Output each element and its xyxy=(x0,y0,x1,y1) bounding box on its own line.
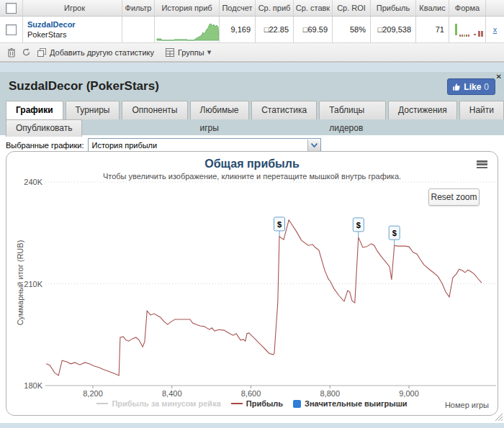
qualis-value: 71 xyxy=(416,17,449,42)
resize-grip[interactable] xyxy=(494,412,503,421)
x-tick-label: 8,600 xyxy=(235,389,267,398)
x-axis-title: Номер игры xyxy=(445,401,489,409)
row-select-cell xyxy=(0,17,23,42)
tab-1[interactable]: Графики xyxy=(6,101,63,120)
grid-toolbar: Добавить другую статистику Группы ▾ xyxy=(0,43,504,62)
tab-3[interactable]: Оппоненты xyxy=(122,101,187,119)
x-tick-label: 8,800 xyxy=(314,389,346,398)
count-value: 9,169 xyxy=(220,17,256,42)
tab-8[interactable]: Найти xyxy=(459,101,504,119)
y-tick-label: 210K xyxy=(11,280,42,288)
legend-item-profit[interactable]: Прибыль xyxy=(231,399,283,408)
row-checkbox[interactable] xyxy=(6,24,17,35)
select-all-checkbox[interactable] xyxy=(6,3,17,14)
col-header-avg-stake[interactable]: Ср. ставк xyxy=(294,0,333,16)
like-button[interactable]: Like 0 xyxy=(447,78,495,95)
close-icon[interactable]: ✕ xyxy=(496,73,502,81)
table-row: SuzdalDecor PokerStars 9,169 □22.85 □69.… xyxy=(0,17,504,43)
avg-roi-value: 58% xyxy=(333,17,371,42)
svg-text:$: $ xyxy=(277,220,282,229)
add-statistic-icon xyxy=(36,47,47,58)
refresh-icon[interactable] xyxy=(21,47,32,58)
legend-label: Прибыль за минусом рейка xyxy=(112,399,220,408)
svg-text:$: $ xyxy=(356,221,361,229)
chart-select-dropdown-button[interactable] xyxy=(307,140,320,151)
tab-5[interactable]: Статистика xyxy=(251,101,317,119)
col-header-qualis[interactable]: Квалис xyxy=(416,0,449,16)
chart-container: Общая прибыль Чтобы увеличить изображени… xyxy=(6,151,498,416)
groups-button[interactable]: Группы ▾ xyxy=(164,47,211,58)
stats-grid: Игрок Фильтр История приб Подсчет Ср. пр… xyxy=(0,0,504,63)
page: Игрок Фильтр История приб Подсчет Ср. пр… xyxy=(0,0,504,428)
legend-item-big-wins[interactable]: Значительные выигрыши xyxy=(293,399,408,408)
remove-row-link[interactable]: x xyxy=(493,25,498,34)
col-header-avg-roi[interactable]: Ср. ROI xyxy=(333,0,371,16)
select-all-cell xyxy=(0,0,23,16)
form-cell xyxy=(449,17,486,42)
y-tick-label: 240K xyxy=(11,178,42,186)
x-tick-label: 8,400 xyxy=(156,389,188,398)
legend-label: Значительные выигрыши xyxy=(305,399,408,408)
filter-cell[interactable] xyxy=(122,17,155,42)
stats-grid-header: Игрок Фильтр История приб Подсчет Ср. пр… xyxy=(0,0,504,17)
x-tick-label: 9,000 xyxy=(393,389,425,398)
chart-legend: Прибыль за минусом рейка Прибыль Значите… xyxy=(36,399,468,408)
legend-square-swatch xyxy=(293,400,301,408)
groups-caret-icon: ▾ xyxy=(207,47,212,57)
col-header-form[interactable]: Форма xyxy=(449,0,486,16)
col-header-history[interactable]: История приб xyxy=(155,0,220,16)
col-header-profit[interactable]: Прибыль xyxy=(371,0,416,16)
tab-2[interactable]: Турниры xyxy=(66,101,120,119)
tab-bar: ГрафикиТурнирыОппонентыЛюбимые игрыСтати… xyxy=(6,101,504,120)
thumbs-up-icon xyxy=(452,83,461,91)
avg-profit-value: □22.85 xyxy=(256,17,294,42)
add-statistic-button[interactable]: Добавить другую статистику xyxy=(36,47,154,58)
x-tick-label: 8,200 xyxy=(77,389,109,398)
col-header-count[interactable]: Подсчет xyxy=(220,0,256,16)
chart-selector-row: Выбранные графики: История прибыли xyxy=(6,138,321,152)
player-panel: SuzdalDecor (PokerStars) Like 0 ✕ График… xyxy=(0,72,504,423)
profit-value: □209,538 xyxy=(371,17,416,42)
like-label: Like xyxy=(464,82,481,92)
profit-history-sparkline xyxy=(156,18,219,42)
like-count: 0 xyxy=(484,82,489,92)
chart-select-value: История прибыли xyxy=(89,141,307,150)
tab-4[interactable]: Любимые игры xyxy=(190,101,250,119)
col-header-filter[interactable]: Фильтр xyxy=(122,0,155,16)
chart-selector-label: Выбранные графики: xyxy=(6,141,84,150)
col-header-actions xyxy=(486,0,504,16)
player-name-link[interactable]: SuzdalDecor xyxy=(27,19,76,29)
player-site: PokerStars xyxy=(27,29,76,40)
groups-label: Группы xyxy=(178,48,204,57)
chart-select[interactable]: История прибыли xyxy=(88,138,321,152)
tab-bar-row2: Опубликовать xyxy=(6,119,82,137)
chart-plot-area[interactable]: $$$ xyxy=(6,152,498,415)
y-tick-label: 180K xyxy=(11,381,42,390)
svg-text:$: $ xyxy=(392,229,397,237)
chevron-down-icon xyxy=(311,143,318,147)
tab-6[interactable]: Таблицы лидеров xyxy=(319,101,386,119)
add-statistic-label: Добавить другую статистику xyxy=(50,48,154,57)
form-mini-bars xyxy=(449,19,485,40)
delete-icon[interactable] xyxy=(6,47,17,58)
legend-item-rake[interactable]: Прибыль за минусом рейка xyxy=(96,399,220,408)
col-header-player[interactable]: Игрок xyxy=(23,0,122,16)
tab-7[interactable]: Достижения xyxy=(388,101,457,119)
page-title: SuzdalDecor (PokerStars) xyxy=(9,79,159,94)
tab-publish[interactable]: Опубликовать xyxy=(6,119,82,137)
remove-cell: x xyxy=(486,17,504,42)
col-header-avg-profit[interactable]: Ср. приб xyxy=(256,0,294,16)
player-cell: SuzdalDecor PokerStars xyxy=(23,17,122,42)
history-sparkline-cell xyxy=(155,17,220,42)
legend-line-swatch xyxy=(231,403,243,404)
groups-icon xyxy=(164,47,175,58)
legend-line-swatch xyxy=(96,403,108,404)
avg-stake-value: □69.59 xyxy=(294,17,333,42)
legend-label: Прибыль xyxy=(246,399,283,408)
